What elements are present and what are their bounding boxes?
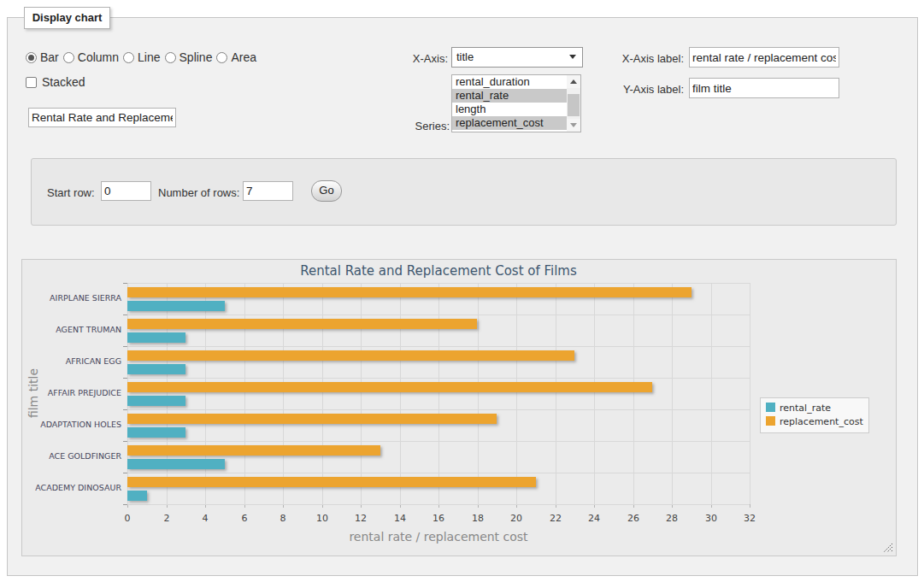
grid-line — [127, 346, 750, 347]
x-tick-label: 10 — [305, 513, 339, 524]
chart-type-column[interactable]: Column — [63, 50, 119, 64]
start-row-label: Start row: — [47, 186, 95, 199]
bar-replacement_cost — [127, 414, 497, 424]
radio-icon[interactable] — [63, 52, 74, 63]
bar-replacement_cost — [127, 350, 574, 361]
radio-icon[interactable] — [26, 52, 37, 63]
x-tick-label: 0 — [110, 513, 144, 524]
legend-label: rental_rate — [780, 403, 831, 414]
bar-rental_rate — [127, 301, 225, 311]
legend-item-rental_rate[interactable]: rental_rate — [766, 402, 863, 415]
grid-line — [400, 283, 401, 504]
radio-icon[interactable] — [165, 52, 176, 63]
bar-replacement_cost — [127, 445, 380, 456]
grid-line — [556, 283, 556, 504]
x-tick-label: 12 — [344, 513, 378, 524]
y-axis-title-input[interactable] — [689, 78, 839, 98]
grid-line — [127, 283, 128, 504]
grid-line — [633, 283, 634, 504]
stacked-label: Stacked — [42, 75, 85, 89]
x-tick-label: 16 — [421, 513, 456, 524]
category-label: AIRPLANE SIERRA — [22, 293, 121, 303]
chart-type-label: Area — [231, 50, 256, 64]
y-tick — [123, 378, 127, 379]
y-tick — [123, 473, 127, 473]
x-tick-label: 14 — [383, 513, 417, 524]
grid-line — [516, 283, 517, 504]
y-axis-title: film title — [26, 368, 40, 418]
x-axis-select-label: X-Axis: — [380, 52, 448, 65]
legend-swatch — [766, 403, 775, 412]
chart-type-label: Column — [78, 50, 119, 64]
chart-type-radio-group: BarColumnLineSplineArea — [26, 50, 261, 64]
resize-handle[interactable] — [883, 543, 893, 553]
category-label: ACADEMY DINOSAUR — [22, 483, 121, 493]
scrollbar-thumb[interactable] — [568, 94, 580, 116]
x-tick-label: 2 — [150, 513, 184, 524]
y-tick — [123, 504, 127, 505]
x-tick-label: 18 — [461, 513, 495, 524]
bar-replacement_cost — [127, 477, 536, 487]
grid-line — [205, 283, 206, 504]
number-of-rows-label: Number of rows: — [158, 186, 239, 199]
x-tick-label: 30 — [694, 513, 728, 524]
x-tick-label: 4 — [188, 513, 222, 524]
go-button[interactable]: Go — [311, 180, 342, 202]
chart-type-area[interactable]: Area — [216, 50, 256, 64]
x-axis-selected-value: title — [456, 50, 474, 63]
series-option-rental_rate[interactable]: rental_rate — [452, 89, 580, 103]
bar-rental_rate — [127, 332, 185, 343]
scroll-up-icon[interactable] — [567, 75, 580, 88]
grid-line — [711, 283, 712, 504]
series-multiselect[interactable]: rental_durationrental_ratelengthreplacem… — [451, 74, 581, 132]
y-tick — [123, 315, 127, 315]
chevron-down-icon — [569, 55, 576, 59]
series-option-rental_duration[interactable]: rental_duration — [452, 75, 580, 89]
plot-area — [127, 283, 750, 504]
start-row-input[interactable] — [101, 181, 151, 201]
x-tick-label: 28 — [655, 513, 689, 524]
series-option-length[interactable]: length — [452, 103, 580, 116]
panel-legend: Display chart — [24, 7, 110, 29]
grid-line — [244, 283, 245, 504]
grid-line — [127, 283, 750, 284]
grid-line — [322, 283, 323, 504]
x-tick-label: 20 — [499, 513, 533, 524]
grid-line — [127, 315, 750, 315]
y-axis-title-label: Y-Axis label: — [598, 83, 684, 96]
stacked-checkbox[interactable] — [26, 77, 37, 88]
bar-replacement_cost — [127, 382, 652, 392]
x-axis-select[interactable]: title — [451, 47, 583, 68]
grid-line — [127, 409, 750, 410]
x-axis-title-label: X-Axis label: — [598, 52, 684, 65]
x-tick-label: 22 — [539, 513, 573, 524]
scroll-down-icon[interactable] — [567, 119, 580, 132]
chart-type-label: Bar — [40, 50, 59, 64]
category-label: AFRICAN EGG — [22, 356, 121, 367]
number-of-rows-input[interactable] — [243, 181, 293, 201]
bar-rental_rate — [127, 364, 185, 374]
grid-line — [438, 283, 439, 504]
radio-icon[interactable] — [216, 52, 227, 63]
grid-line — [127, 441, 750, 442]
chart-container: Rental Rate and Replacement Cost of Film… — [21, 259, 897, 556]
chart-type-spline[interactable]: Spline — [165, 50, 213, 64]
chart-type-line[interactable]: Line — [123, 50, 160, 64]
scrollbar[interactable] — [567, 75, 580, 132]
chart-title-input[interactable] — [28, 108, 176, 127]
radio-icon[interactable] — [123, 52, 134, 63]
y-tick — [123, 409, 127, 410]
grid-line — [594, 283, 595, 504]
grid-line — [361, 283, 362, 504]
series-option-replacement_cost[interactable]: replacement_cost — [452, 116, 580, 130]
chart-legend: rental_ratereplacement_cost — [760, 397, 869, 433]
chart-title: Rental Rate and Replacement Cost of Film… — [127, 263, 750, 279]
x-axis-title-input[interactable] — [689, 47, 839, 68]
x-tick-label: 6 — [227, 513, 262, 524]
category-label: AGENT TRUMAN — [22, 325, 121, 335]
chart-type-bar[interactable]: Bar — [26, 50, 59, 64]
grid-line — [750, 283, 750, 504]
stacked-option[interactable]: Stacked — [26, 75, 85, 89]
category-label: ADAPTATION HOLES — [22, 420, 121, 430]
legend-item-replacement_cost[interactable]: replacement_cost — [766, 415, 863, 429]
